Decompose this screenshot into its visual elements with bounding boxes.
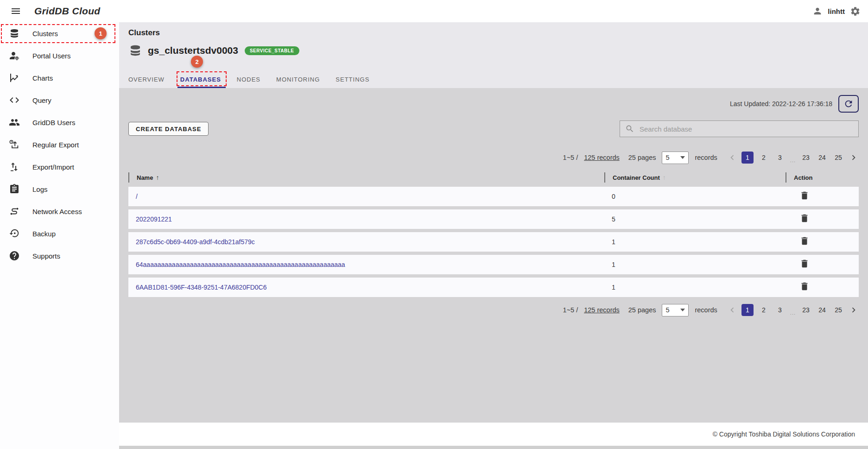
database-link[interactable]: 287c6d5c-0b69-4409-a9df-4cdb21af579c	[136, 238, 255, 246]
delete-database-button[interactable]	[799, 281, 810, 291]
app-window: GridDB Cloud linhtt Clusters 1	[0, 0, 868, 449]
sidebar-item-export-import[interactable]: Export/Import	[0, 156, 119, 178]
records-label: records	[695, 306, 717, 314]
tab-nodes[interactable]: NODES	[237, 70, 260, 88]
delete-database-button[interactable]	[799, 259, 810, 269]
tab-monitoring[interactable]: MONITORING	[276, 70, 320, 88]
database-link[interactable]: 64aaaaaaaaaaaaaaaaaaaaaaaaaaaaaaaaaaaaaa…	[136, 261, 345, 268]
status-badge: SERVICE_STABLE	[245, 46, 299, 55]
page-button-25[interactable]: 25	[832, 304, 844, 316]
delete-database-button[interactable]	[799, 213, 810, 223]
chevron-down-icon	[680, 309, 685, 311]
horizontal-scrollbar[interactable]	[119, 446, 868, 449]
refresh-icon	[843, 99, 854, 109]
database-link[interactable]: 6AAB1D81-596F-4348-9251-47A6820FD0C6	[136, 284, 267, 291]
tab-bar: OVERVIEW DATABASES NODES MONITORING SETT…	[128, 70, 868, 88]
tab-settings[interactable]: SETTINGS	[336, 70, 369, 88]
sidebar-item-backup[interactable]: Backup	[0, 222, 119, 245]
trash-icon	[799, 213, 810, 223]
tab-databases[interactable]: DATABASES	[180, 70, 221, 88]
trash-icon	[799, 259, 810, 269]
page-size-select[interactable]: 5	[662, 152, 689, 164]
content-area: Last Updated: 2022-12-26 17:36:18 CREATE…	[119, 88, 868, 423]
backup-restore-icon	[9, 228, 20, 239]
sidebar-item-clusters[interactable]: Clusters 1	[0, 22, 119, 44]
database-link[interactable]: /	[136, 193, 138, 200]
table-row: / 0	[128, 187, 859, 206]
sidebar-item-logs[interactable]: Logs	[0, 178, 119, 200]
pages-count: 25 pages	[628, 154, 656, 161]
page-button-1[interactable]: 1	[741, 152, 754, 164]
sort-icon: ↑	[663, 174, 666, 181]
sidebar-item-supports[interactable]: Supports	[0, 245, 119, 267]
sidebar-item-regular-export[interactable]: Regular Export	[0, 133, 119, 156]
users-icon	[9, 117, 20, 128]
page-size-select[interactable]: 5	[662, 304, 689, 316]
create-database-button[interactable]: CREATE DATABASE	[128, 122, 209, 136]
tab-overview[interactable]: OVERVIEW	[128, 70, 165, 88]
page-ellipsis: ...	[790, 304, 796, 317]
trash-icon	[799, 236, 810, 246]
sidebar-item-label: Logs	[32, 185, 48, 193]
chevron-left-icon[interactable]	[727, 305, 737, 315]
chevron-left-icon[interactable]	[727, 152, 737, 163]
page-button-24[interactable]: 24	[816, 152, 828, 164]
database-link[interactable]: 2022091221	[136, 215, 172, 223]
last-updated-label: Last Updated: 2022-12-26 17:36:18	[730, 100, 832, 108]
app-logo: GridDB Cloud	[34, 6, 100, 17]
column-header-action: Action	[786, 172, 859, 183]
databases-table: Name ↑ Container Count ↑ Action /	[128, 171, 859, 297]
delete-database-button[interactable]	[799, 236, 810, 246]
sidebar-item-label: Portal Users	[32, 52, 71, 60]
sidebar-item-label: Query	[32, 96, 51, 104]
page-button-25[interactable]: 25	[832, 152, 844, 164]
table-row: 6AAB1D81-596F-4348-9251-47A6820FD0C6 1	[128, 278, 859, 297]
user-menu[interactable]: linhtt	[812, 6, 861, 17]
chevron-right-icon[interactable]	[849, 152, 859, 163]
code-icon	[9, 95, 20, 106]
username-label: linhtt	[828, 7, 845, 15]
cluster-name: gs_clustertsdv0003	[148, 45, 238, 56]
column-header-container-count[interactable]: Container Count ↑	[604, 172, 786, 183]
container-count-value: 1	[604, 261, 786, 268]
menu-icon[interactable]	[10, 6, 21, 17]
page-button-3[interactable]: 3	[774, 152, 786, 164]
user-gear-icon	[9, 50, 20, 61]
page-button-3[interactable]: 3	[774, 304, 786, 316]
page-button-2[interactable]: 2	[758, 304, 770, 316]
clipboard-icon	[9, 183, 20, 195]
search-input[interactable]	[639, 125, 853, 133]
sidebar-item-label: Backup	[32, 230, 56, 238]
column-header-name[interactable]: Name ↑	[128, 172, 604, 183]
top-bar: GridDB Cloud linhtt	[0, 0, 868, 22]
page-button-23[interactable]: 23	[800, 152, 812, 164]
records-count-link[interactable]: 125 records	[584, 306, 620, 314]
page-button-1[interactable]: 1	[741, 304, 754, 316]
sidebar: Clusters 1 Portal Users Charts	[0, 22, 119, 449]
container-count-value: 0	[604, 193, 786, 200]
sidebar-item-query[interactable]: Query	[0, 89, 119, 111]
sidebar-item-portal-users[interactable]: Portal Users	[0, 44, 119, 67]
database-icon	[128, 44, 142, 57]
delete-database-button[interactable]	[799, 190, 810, 201]
pages-count: 25 pages	[628, 306, 656, 314]
footer: © Copyright Toshiba Digital Solutions Co…	[119, 423, 868, 449]
active-tab-underline	[177, 87, 226, 88]
record-range: 1~5 /	[563, 306, 578, 314]
gear-icon[interactable]	[850, 6, 861, 17]
page-button-23[interactable]: 23	[800, 304, 812, 316]
chevron-right-icon[interactable]	[849, 305, 859, 315]
sidebar-item-charts[interactable]: Charts	[0, 67, 119, 89]
page-header: Clusters gs_clustertsdv0003 SERVICE_STAB…	[119, 22, 868, 88]
page-button-2[interactable]: 2	[758, 152, 770, 164]
container-count-value: 5	[604, 215, 786, 223]
sidebar-item-label: GridDB Users	[32, 119, 76, 126]
table-row: 64aaaaaaaaaaaaaaaaaaaaaaaaaaaaaaaaaaaaaa…	[128, 255, 859, 274]
sort-asc-icon: ↑	[156, 174, 159, 181]
sidebar-item-griddb-users[interactable]: GridDB Users	[0, 111, 119, 133]
refresh-button[interactable]	[838, 95, 859, 113]
records-count-link[interactable]: 125 records	[584, 154, 620, 161]
sidebar-item-network-access[interactable]: Network Access	[0, 200, 119, 222]
sidebar-item-label: Clusters	[32, 30, 58, 38]
page-button-24[interactable]: 24	[816, 304, 828, 316]
